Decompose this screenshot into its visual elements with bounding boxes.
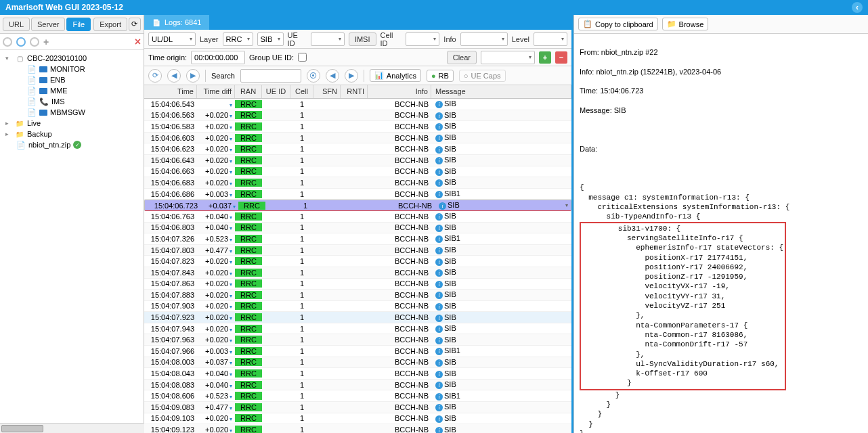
log-row[interactable]: 15:04:08.083+0.040RRC1BCCH-NBiSIB xyxy=(144,380,571,391)
tree-ims[interactable]: IMS xyxy=(0,96,144,107)
copy-clipboard-button[interactable]: 📋 Copy to clipboard xyxy=(578,18,658,30)
log-row[interactable]: 15:04:07.903+0.020RRC1BCCH-NBiSIB xyxy=(144,301,571,313)
server-button[interactable]: Server xyxy=(31,18,65,31)
export-button[interactable]: Export xyxy=(93,18,127,31)
log-row[interactable]: 15:04:09.083+0.477RRC1BCCH-NBiSIB xyxy=(144,402,571,413)
search-prev-icon[interactable]: ◀ xyxy=(326,69,339,83)
log-row[interactable]: 15:04:07.883+0.020RRC1BCCH-NBiSIB xyxy=(144,290,571,301)
log-row[interactable]: 15:04:08.043+0.040RRC1BCCH-NBiSIB xyxy=(144,368,571,380)
search-input[interactable] xyxy=(240,69,301,83)
collapse-left-icon[interactable] xyxy=(852,2,863,13)
tree-live[interactable]: ▸📁Live xyxy=(0,118,144,129)
add-filter-icon[interactable]: + xyxy=(539,51,551,64)
time-origin-input[interactable] xyxy=(191,51,245,64)
col-rnti[interactable]: RNTI xyxy=(341,85,368,98)
log-row[interactable]: 15:04:06.683+0.020RRC1BCCH-NBiSIB xyxy=(144,177,571,189)
rb-button[interactable]: ● RB xyxy=(427,70,454,82)
remove-filter-icon[interactable]: − xyxy=(555,51,567,64)
log-row[interactable]: 15:04:07.943+0.020RRC1BCCH-NBiSIB xyxy=(144,323,571,335)
tree-monitor[interactable]: MONITOR xyxy=(0,64,144,74)
log-row[interactable]: 15:04:07.326+0.523RRC1BCCH-NBiSIB1 xyxy=(144,233,571,245)
col-ran[interactable]: RAN xyxy=(235,85,262,98)
filter-bar: UL/DL Layer RRC SIB UE ID IMSI Cell ID I… xyxy=(144,30,571,49)
tree-label: IMS xyxy=(51,97,65,106)
imsi-button[interactable]: IMSI xyxy=(349,32,376,46)
search-target-icon[interactable]: ⦿ xyxy=(307,69,320,83)
log-row[interactable]: 15:04:06.803+0.040RRC1BCCH-NBiSIB xyxy=(144,223,571,234)
tree-file[interactable]: nbiot_ntn.zip xyxy=(0,139,144,150)
tab-header: Logs: 6841 xyxy=(144,15,571,30)
log-row[interactable]: 15:04:06.623+0.020RRC1BCCH-NBiSIB xyxy=(144,143,571,155)
tree-label: MONITOR xyxy=(50,65,85,73)
ueid-select[interactable] xyxy=(311,32,345,46)
time-bar: Time origin: Group UE ID: Clear + − xyxy=(144,49,571,66)
clear-button[interactable]: Clear xyxy=(447,51,477,64)
detail-info: Info: nbiot_ntn.zip (152241B), v2023-04-… xyxy=(580,67,863,76)
level-select[interactable] xyxy=(534,32,567,46)
log-row[interactable]: 15:04:07.963+0.020RRC1BCCH-NBiSIB xyxy=(144,334,571,346)
col-msg[interactable]: Message xyxy=(431,85,571,98)
uldl-select[interactable]: UL/DL xyxy=(148,32,196,46)
tree-root[interactable]: ▾▢CBC-2023010100 xyxy=(0,53,144,64)
log-row[interactable]: 15:04:07.966+0.003RRC1BCCH-NBiSIB1 xyxy=(144,346,571,357)
col-time[interactable]: Time xyxy=(144,85,197,98)
col-diff[interactable]: Time diff xyxy=(197,85,235,98)
col-cell[interactable]: Cell xyxy=(290,85,313,98)
tree-mbmsgw[interactable]: MBMSGW xyxy=(0,107,144,118)
log-row[interactable]: 15:04:06.543RRC1BCCH-NBiSIB xyxy=(144,99,571,110)
log-row[interactable]: 15:04:07.823+0.020RRC1BCCH-NBiSIB xyxy=(144,256,571,267)
file-button[interactable]: File xyxy=(66,18,91,31)
log-row[interactable]: 15:04:06.583+0.020RRC1BCCH-NBiSIB xyxy=(144,121,571,133)
col-info[interactable]: Info xyxy=(368,85,431,98)
forward-icon[interactable]: ▶ xyxy=(186,69,200,83)
group-ueid-checkbox[interactable] xyxy=(298,53,307,62)
close-icon[interactable]: × xyxy=(135,36,141,48)
log-row[interactable]: 15:04:06.603+0.020RRC1BCCH-NBiSIB xyxy=(144,133,571,144)
log-row[interactable]: 15:04:06.686+0.003RRC1BCCH-NBiSIB1 xyxy=(144,189,571,200)
back-icon[interactable]: ◀ xyxy=(167,69,181,83)
tree-mme[interactable]: MME xyxy=(0,85,144,96)
log-row[interactable]: 15:04:07.923+0.020RRC1BCCH-NBiSIB xyxy=(144,312,571,323)
tree-label: Backup xyxy=(27,130,52,138)
cellid-select[interactable] xyxy=(406,32,439,46)
add-icon[interactable]: + xyxy=(43,37,49,47)
log-row[interactable]: 15:04:08.003+0.037RRC1BCCH-NBiSIB xyxy=(144,357,571,369)
log-row[interactable]: 15:04:06.643+0.020RRC1BCCH-NBiSIB xyxy=(144,155,571,166)
h-scrollbar[interactable] xyxy=(0,423,144,433)
log-row[interactable]: 15:04:06.663+0.020RRC1BCCH-NBiSIB xyxy=(144,166,571,178)
tab-logs[interactable]: Logs: 6841 xyxy=(144,15,209,30)
tree-backup[interactable]: ▸📁Backup xyxy=(0,129,144,139)
clear-select[interactable] xyxy=(481,51,535,64)
center-pane: Logs: 6841 UL/DL Layer RRC SIB UE ID IMS… xyxy=(144,15,573,433)
status-circle2-icon[interactable] xyxy=(16,37,26,47)
log-row[interactable]: 15:04:09.103+0.020RRC1BCCH-NBiSIB xyxy=(144,413,571,425)
log-row[interactable]: 15:04:07.843+0.020RRC1BCCH-NBiSIB xyxy=(144,267,571,279)
status-circle3-icon[interactable] xyxy=(30,37,39,47)
uecaps-button[interactable]: ○ UE Caps xyxy=(459,70,506,82)
left-toolbar: URL Server File Export ⟳ xyxy=(0,15,144,34)
log-row[interactable]: 15:04:06.723+0.037RRC1BCCH-NBiSIB xyxy=(144,200,571,211)
search-next-icon[interactable]: ▶ xyxy=(345,69,358,83)
log-row[interactable]: 15:04:08.606+0.523RRC1BCCH-NBiSIB1 xyxy=(144,390,571,402)
refresh-icon[interactable]: ⟳ xyxy=(129,18,141,31)
log-row[interactable]: 15:04:07.863+0.020RRC1BCCH-NBiSIB xyxy=(144,279,571,290)
info-select[interactable] xyxy=(460,32,508,46)
info-label: Info xyxy=(443,35,456,43)
analytics-button[interactable]: 📊 Analytics xyxy=(370,69,421,82)
grid-body[interactable]: 15:04:06.543RRC1BCCH-NBiSIB15:04:06.563+… xyxy=(144,99,571,433)
col-sfn[interactable]: SFN xyxy=(313,85,341,98)
log-row[interactable]: 15:04:09.123+0.020RRC1BCCH-NBiSIB xyxy=(144,424,571,433)
status-circle-icon[interactable] xyxy=(3,37,12,47)
log-row[interactable]: 15:04:07.803+0.477RRC1BCCH-NBiSIB xyxy=(144,245,571,256)
log-row[interactable]: 15:04:06.763+0.040RRC1BCCH-NBiSIB xyxy=(144,211,571,223)
sib-select[interactable]: SIB xyxy=(257,32,284,46)
browse-button[interactable]: 📁 Browse xyxy=(662,18,709,30)
layer-select[interactable]: RRC xyxy=(223,32,253,46)
url-button[interactable]: URL xyxy=(3,18,30,31)
tree-enb[interactable]: ENB xyxy=(0,74,144,85)
col-ueid[interactable]: UE ID xyxy=(262,85,290,98)
reload-icon[interactable]: ⟳ xyxy=(148,69,162,83)
app-header: Amarisoft Web GUI 2023-05-12 xyxy=(0,0,868,15)
log-row[interactable]: 15:04:06.563+0.020RRC1BCCH-NBiSIB xyxy=(144,110,571,122)
layer-label: Layer xyxy=(200,35,219,43)
